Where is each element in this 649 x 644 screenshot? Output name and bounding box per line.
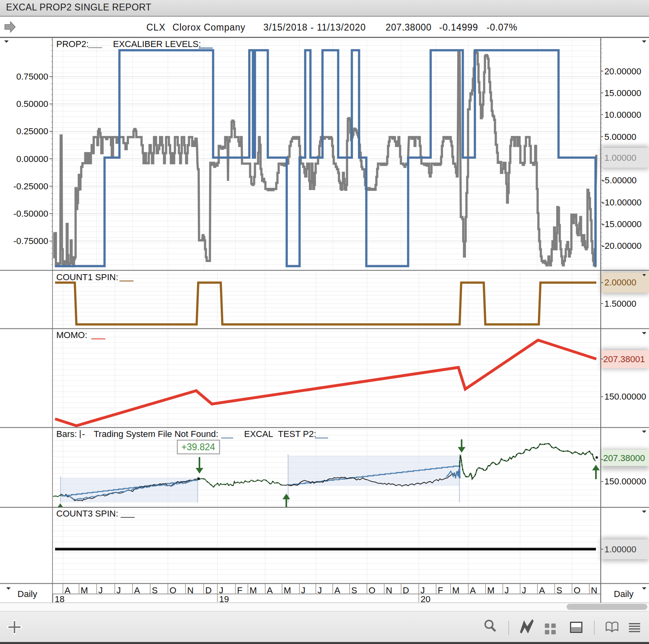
svg-text:-0.14999: -0.14999 bbox=[439, 22, 478, 33]
svg-text:0.00000: 0.00000 bbox=[16, 154, 48, 164]
svg-text:A: A bbox=[335, 585, 341, 595]
svg-text:D: D bbox=[403, 585, 409, 595]
svg-text:+39.824: +39.824 bbox=[181, 442, 215, 452]
svg-text:-0.75000: -0.75000 bbox=[13, 236, 48, 246]
svg-text:N: N bbox=[386, 585, 392, 595]
svg-text:207.38000: 207.38000 bbox=[603, 453, 645, 463]
svg-text:EXCALIBER LEVELS:: EXCALIBER LEVELS: bbox=[113, 39, 201, 49]
svg-text:Daily: Daily bbox=[614, 589, 634, 599]
svg-text:-20.00000: -20.00000 bbox=[602, 241, 642, 251]
svg-text:D: D bbox=[205, 585, 212, 595]
svg-text:150.00000: 150.00000 bbox=[604, 392, 646, 402]
svg-text:O: O bbox=[369, 585, 376, 595]
svg-text:A: A bbox=[65, 585, 71, 595]
svg-text:150.00000: 150.00000 bbox=[604, 476, 646, 486]
svg-text:0.50000: 0.50000 bbox=[16, 99, 48, 109]
svg-text:A: A bbox=[267, 585, 273, 595]
svg-text:-10.00000: -10.00000 bbox=[602, 197, 642, 207]
svg-text:J: J bbox=[117, 585, 121, 595]
svg-text:N: N bbox=[187, 585, 194, 595]
svg-text:J: J bbox=[301, 585, 306, 595]
svg-text:-0.25000: -0.25000 bbox=[13, 181, 48, 191]
svg-text:EXCAL PROP2 SINGLE REPORT: EXCAL PROP2 SINGLE REPORT bbox=[6, 2, 152, 12]
svg-text:M: M bbox=[81, 585, 88, 595]
svg-text:O: O bbox=[574, 585, 581, 595]
svg-text:Trading System File Not Found:: Trading System File Not Found: bbox=[94, 429, 218, 439]
svg-text:0.25000: 0.25000 bbox=[16, 126, 48, 136]
svg-text:COUNT1 SPIN:: COUNT1 SPIN: bbox=[56, 272, 118, 282]
svg-text:15.00000: 15.00000 bbox=[604, 88, 641, 98]
svg-text:Clorox Company: Clorox Company bbox=[173, 22, 245, 33]
svg-text:2.00000: 2.00000 bbox=[604, 277, 637, 287]
svg-text:-15.00000: -15.00000 bbox=[602, 219, 642, 229]
svg-text:10.00000: 10.00000 bbox=[604, 110, 641, 120]
svg-text:0.75000: 0.75000 bbox=[16, 72, 48, 82]
svg-text:COUNT3 SPIN:: COUNT3 SPIN: bbox=[56, 509, 118, 519]
svg-text:F: F bbox=[237, 585, 242, 595]
svg-text:Daily: Daily bbox=[18, 589, 37, 599]
svg-text:S: S bbox=[351, 585, 357, 595]
svg-text:A: A bbox=[539, 585, 545, 595]
svg-text:O: O bbox=[170, 585, 177, 595]
svg-text:20.00000: 20.00000 bbox=[604, 66, 641, 76]
svg-text:1.00000: 1.00000 bbox=[604, 544, 637, 554]
svg-text:1.50000: 1.50000 bbox=[604, 299, 637, 309]
svg-text:PROP2:: PROP2: bbox=[56, 39, 89, 49]
svg-text:M: M bbox=[250, 585, 257, 595]
svg-text:CLX: CLX bbox=[146, 22, 166, 33]
svg-text:J: J bbox=[318, 585, 322, 595]
svg-text:M: M bbox=[284, 585, 291, 595]
svg-text:S: S bbox=[152, 585, 158, 595]
svg-text:S: S bbox=[557, 585, 563, 595]
svg-text:A: A bbox=[134, 585, 140, 595]
svg-text:J: J bbox=[505, 585, 509, 595]
svg-text:-0.07%: -0.07% bbox=[487, 22, 517, 33]
svg-text:5.00000: 5.00000 bbox=[604, 132, 637, 142]
svg-text:207.38001: 207.38001 bbox=[603, 354, 645, 364]
svg-text:MOMO:: MOMO: bbox=[56, 330, 87, 340]
svg-text:3/15/2018 - 11/13/2020: 3/15/2018 - 11/13/2020 bbox=[263, 22, 366, 33]
svg-text:M: M bbox=[452, 585, 460, 595]
svg-text:J: J bbox=[522, 585, 526, 595]
svg-text:Bars:: Bars: bbox=[56, 429, 77, 439]
svg-text:-: - bbox=[82, 429, 85, 439]
svg-text:N: N bbox=[591, 585, 598, 595]
svg-text:J: J bbox=[99, 585, 103, 595]
svg-text:F: F bbox=[438, 585, 443, 595]
svg-text:A: A bbox=[470, 585, 476, 595]
svg-text:-0.50000: -0.50000 bbox=[13, 209, 48, 219]
svg-text:207.38000: 207.38000 bbox=[386, 22, 431, 33]
svg-text:EXCAL TEST P2:: EXCAL TEST P2: bbox=[244, 429, 316, 439]
svg-text:1.00000: 1.00000 bbox=[604, 153, 637, 163]
svg-text:M: M bbox=[487, 585, 495, 595]
svg-text:-5.00000: -5.00000 bbox=[602, 175, 637, 185]
